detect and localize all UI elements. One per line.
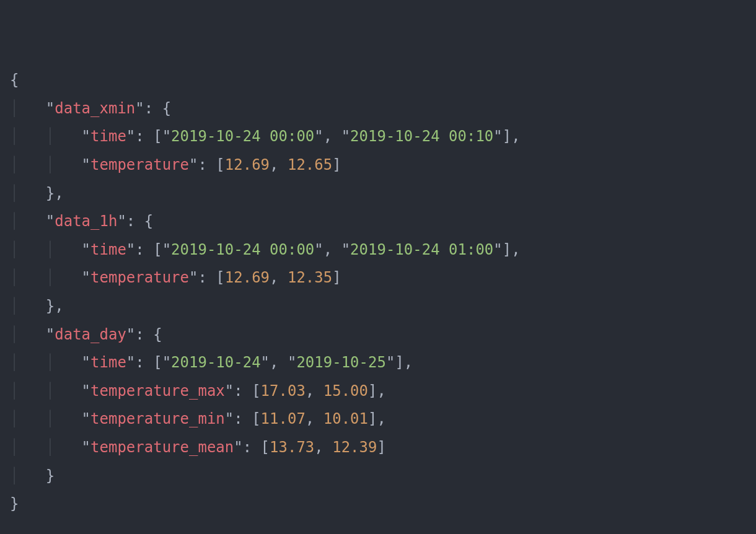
- indent-guide: │ │: [10, 241, 82, 258]
- indent-guide: │ │: [10, 128, 82, 145]
- colon: :: [135, 354, 153, 371]
- indent-guide: │ │: [10, 156, 82, 173]
- quote: ": [225, 410, 234, 427]
- key-data-xmin: data_xmin: [55, 100, 135, 117]
- colon: :: [198, 156, 216, 173]
- quote: ": [314, 128, 323, 145]
- quote: ": [189, 156, 198, 173]
- quote: ": [162, 241, 171, 258]
- key-temperature-mean: temperature_mean: [90, 439, 234, 456]
- quote: ": [82, 354, 90, 371]
- string-value: 2019-10-24: [171, 354, 261, 371]
- key-temperature-max: temperature_max: [90, 382, 225, 400]
- string-value: 2019-10-24 01:00: [350, 241, 493, 258]
- indent-guide: │: [10, 212, 46, 230]
- quote: ": [234, 439, 242, 456]
- quote: ": [162, 354, 171, 371]
- indent-guide: │: [10, 297, 46, 315]
- quote: ": [126, 241, 135, 258]
- colon: :: [135, 128, 153, 145]
- indent-guide: │: [10, 467, 46, 484]
- quote: ": [493, 241, 502, 258]
- colon: :: [144, 100, 162, 117]
- quote: ": [46, 212, 55, 230]
- comma: ,: [323, 241, 341, 258]
- quote: ": [225, 382, 234, 400]
- key-temperature: temperature: [90, 269, 189, 286]
- brace-close: }: [46, 467, 55, 484]
- bracket-close: ]: [395, 354, 403, 371]
- number-value: 12.39: [332, 439, 377, 456]
- comma: ,: [305, 382, 323, 400]
- quote: ": [82, 156, 90, 173]
- bracket-close: ]: [332, 269, 341, 286]
- comma: ,: [377, 410, 385, 427]
- brace-close: }: [46, 297, 55, 315]
- indent-guide: │ │: [10, 269, 82, 286]
- comma: ,: [270, 269, 288, 286]
- key-temperature-min: temperature_min: [90, 410, 225, 427]
- number-value: 15.00: [323, 382, 368, 400]
- number-value: 17.03: [261, 382, 305, 400]
- brace-open: {: [10, 71, 19, 89]
- brace-open: {: [162, 100, 171, 117]
- string-value: 2019-10-24 00:00: [171, 128, 314, 145]
- quote: ": [341, 241, 350, 258]
- comma: ,: [404, 354, 413, 371]
- number-value: 12.69: [225, 269, 270, 286]
- key-data-day: data_day: [55, 326, 126, 343]
- bracket-close: ]: [332, 156, 341, 173]
- bracket-close: ]: [377, 439, 385, 456]
- comma: ,: [305, 410, 323, 427]
- bracket-open: [: [153, 241, 162, 258]
- quote: ": [82, 241, 90, 258]
- colon: :: [234, 410, 252, 427]
- key-time: time: [90, 241, 126, 258]
- colon: :: [126, 212, 144, 230]
- quote: ": [46, 326, 55, 343]
- string-value: 2019-10-25: [296, 354, 386, 371]
- bracket-open: [: [252, 382, 260, 400]
- bracket-open: [: [153, 354, 162, 371]
- colon: :: [135, 241, 153, 258]
- quote: ": [117, 212, 126, 230]
- comma: ,: [511, 128, 520, 145]
- key-time: time: [90, 128, 126, 145]
- key-temperature: temperature: [90, 156, 189, 173]
- bracket-open: [: [153, 128, 162, 145]
- indent-guide: │ │: [10, 382, 82, 400]
- comma: ,: [55, 297, 63, 315]
- quote: ": [314, 241, 323, 258]
- comma: ,: [314, 439, 332, 456]
- quote: ": [126, 354, 135, 371]
- colon: :: [243, 439, 261, 456]
- quote: ": [82, 410, 90, 427]
- number-value: 12.69: [225, 156, 270, 173]
- key-data-1h: data_1h: [55, 212, 117, 230]
- indent-guide: │: [10, 185, 46, 202]
- quote: ": [82, 128, 90, 145]
- brace-close: }: [10, 495, 19, 512]
- quote: ": [261, 354, 270, 371]
- quote: ": [162, 128, 171, 145]
- comma: ,: [323, 128, 341, 145]
- quote: ": [189, 269, 198, 286]
- brace-close: }: [46, 185, 55, 202]
- string-value: 2019-10-24 00:10: [350, 128, 493, 145]
- colon: :: [198, 269, 216, 286]
- brace-open: {: [153, 326, 162, 343]
- number-value: 12.35: [288, 269, 332, 286]
- bracket-close: ]: [503, 128, 511, 145]
- comma: ,: [511, 241, 520, 258]
- string-value: 2019-10-24 00:00: [171, 241, 314, 258]
- indent-guide: │ │: [10, 354, 82, 371]
- quote: ": [288, 354, 296, 371]
- quote: ": [46, 100, 55, 117]
- quote: ": [341, 128, 350, 145]
- code-block: { │ "data_xmin": { │ │ "time": ["2019-10…: [10, 66, 756, 519]
- number-value: 13.73: [270, 439, 314, 456]
- number-value: 11.07: [261, 410, 305, 427]
- bracket-open: [: [216, 156, 224, 173]
- bracket-open: [: [261, 439, 270, 456]
- quote: ": [82, 439, 90, 456]
